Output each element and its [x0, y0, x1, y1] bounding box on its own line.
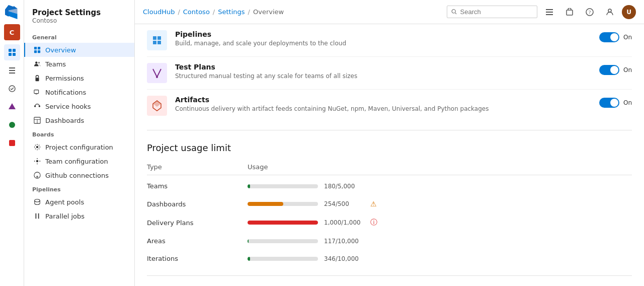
warning-icon: ⚠: [370, 200, 377, 208]
pipelines-text: Pipelines Build, manage, and scale your …: [175, 30, 591, 48]
sidebar-item-parallel-jobs-label: Parallel jobs: [45, 212, 85, 220]
svg-rect-14: [34, 90, 39, 94]
usage-bar-fill: [248, 184, 250, 188]
usage-bar-track: [248, 184, 318, 188]
col-usage-header: Usage: [248, 163, 268, 171]
usage-row: Dashboards 254/500 ⚠: [147, 195, 632, 213]
usage-bar-track: [248, 202, 318, 206]
bottom-divider: [147, 275, 632, 276]
artifacts-name: Artifacts: [175, 96, 591, 104]
svg-point-26: [452, 10, 455, 13]
test-plans-icon: [147, 63, 167, 83]
usage-row: Delivery Plans 1,000/1,000 ⓘ: [147, 213, 632, 232]
search-box[interactable]: [447, 6, 537, 18]
artifacts-description: Continuous delivery with artifact feeds …: [175, 105, 591, 113]
sidebar-header: Project Settings Contoso: [24, 6, 134, 30]
pipelines-toggle[interactable]: [599, 32, 619, 42]
svg-rect-30: [546, 14, 553, 15]
sidebar-item-agent-pools[interactable]: Agent pools: [24, 195, 134, 209]
usage-count: 1,000/1,000: [324, 219, 364, 226]
sidebar-item-overview[interactable]: Overview: [24, 43, 134, 57]
section-label-general: General: [24, 30, 134, 43]
notifications-icon: [33, 88, 41, 96]
svg-rect-3: [13, 53, 16, 56]
dashboards-icon: [33, 116, 41, 124]
breadcrumb: CloudHub / Contoso / Settings / Overview: [143, 8, 447, 16]
sidebar-item-teams[interactable]: Teams: [24, 57, 134, 71]
nav-icon-5[interactable]: [4, 117, 20, 133]
usage-type-label: Iterations: [147, 255, 248, 262]
sidebar-item-team-configuration[interactable]: Team configuration: [24, 154, 134, 168]
svg-point-15: [34, 105, 36, 107]
content-area: Pipelines Build, manage, and scale your …: [135, 24, 644, 286]
svg-point-20: [36, 146, 38, 148]
usage-count: 254/500: [324, 200, 364, 207]
svg-rect-10: [38, 50, 40, 53]
usage-bar-fill: [248, 202, 283, 206]
top-nav-actions: ? U: [447, 4, 636, 20]
svg-point-12: [38, 62, 40, 64]
svg-point-23: [35, 199, 40, 202]
artifacts-toggle[interactable]: [599, 98, 619, 108]
breadcrumb-settings[interactable]: Settings: [218, 8, 245, 16]
project-name: Contoso: [32, 17, 126, 24]
nav-icon-1[interactable]: [4, 44, 20, 60]
svg-point-35: [156, 76, 158, 78]
svg-line-27: [455, 13, 457, 14]
bag-icon-btn[interactable]: [561, 4, 578, 20]
sidebar-item-permissions[interactable]: Permissions: [24, 71, 134, 85]
svg-rect-9: [34, 50, 37, 53]
test-plans-name: Test Plans: [175, 63, 591, 71]
sidebar-item-project-config-label: Project configuration: [45, 144, 113, 151]
sidebar-item-github-label: Github connections: [45, 172, 109, 179]
nav-icon-3[interactable]: [4, 81, 20, 97]
breadcrumb-contoso[interactable]: Contoso: [183, 8, 210, 16]
usage-bar-fill: [248, 239, 249, 243]
nav-icon-6[interactable]: [4, 135, 20, 151]
sidebar-item-notifications-label: Notifications: [45, 89, 86, 96]
breadcrumb-cloudhub[interactable]: CloudHub: [143, 8, 175, 16]
nav-icon-4[interactable]: [4, 99, 20, 115]
usage-bar-track: [248, 221, 318, 225]
sidebar-item-notifications[interactable]: Notifications: [24, 85, 134, 99]
test-plans-toggle-area: On: [599, 65, 632, 75]
section-label-pipelines: Pipelines: [24, 182, 134, 195]
usage-count: 180/5,000: [324, 183, 364, 190]
parallel-jobs-icon: [33, 212, 41, 220]
sidebar-item-parallel-jobs[interactable]: Parallel jobs: [24, 209, 134, 223]
sidebar-item-teams-label: Teams: [45, 60, 66, 68]
top-nav: CloudHub / Contoso / Settings / Overview…: [135, 0, 644, 24]
svg-point-5: [9, 122, 15, 128]
user-icon-btn[interactable]: [602, 4, 618, 20]
usage-type-label: Delivery Plans: [147, 219, 248, 227]
sidebar-item-dashboards[interactable]: Dashboards: [24, 113, 134, 127]
test-plans-toggle[interactable]: [599, 65, 619, 75]
sidebar-item-project-configuration[interactable]: Project configuration: [24, 140, 134, 154]
usage-bar-track: [248, 239, 318, 243]
svg-rect-13: [36, 78, 39, 81]
search-input[interactable]: [460, 8, 533, 16]
azure-devops-logo[interactable]: [4, 4, 20, 20]
svg-rect-29: [546, 12, 553, 13]
usage-table: Type Usage Teams 180/5,000 Dashboards 25…: [147, 161, 632, 267]
sidebar: Project Settings Contoso General Overvie…: [24, 0, 135, 286]
help-icon-btn[interactable]: ?: [582, 4, 598, 20]
main-area: CloudHub / Contoso / Settings / Overview…: [135, 0, 644, 286]
svg-rect-31: [567, 10, 573, 15]
icon-rail: C: [0, 0, 24, 286]
feature-item-artifacts: Artifacts Continuous delivery with artif…: [147, 90, 632, 122]
usage-row: Areas 117/10,000: [147, 232, 632, 250]
sidebar-item-service-hooks[interactable]: Service hooks: [24, 99, 134, 113]
svg-rect-2: [9, 53, 12, 56]
nav-icon-2[interactable]: [4, 62, 20, 79]
usage-bar-area: 346/10,000: [248, 255, 632, 262]
test-plans-description: Structured manual testing at any scale f…: [175, 72, 591, 81]
org-icon[interactable]: C: [4, 24, 20, 40]
sidebar-item-github-connections[interactable]: Github connections: [24, 168, 134, 182]
usage-bar-area: 180/5,000: [248, 183, 632, 190]
svg-rect-7: [34, 47, 37, 49]
user-avatar[interactable]: U: [622, 5, 636, 19]
artifacts-icon: [147, 96, 167, 116]
usage-bar-area: 117/10,000: [248, 238, 632, 245]
list-icon-btn[interactable]: [541, 4, 557, 20]
